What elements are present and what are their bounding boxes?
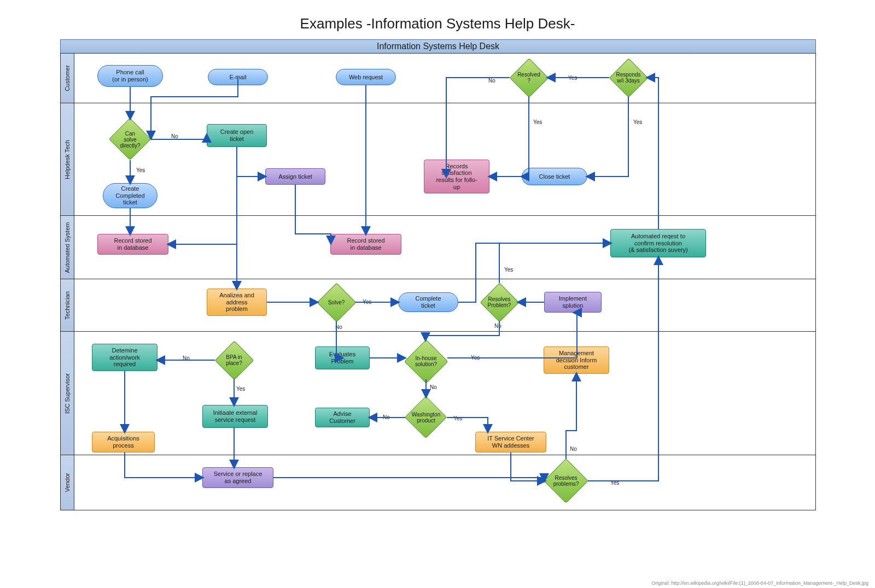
node-resolves-problems-2: Resolvesproblems? bbox=[544, 459, 588, 503]
lane-helpdesk: Helpdesk Tech bbox=[61, 103, 815, 215]
node-evaluates-problem: EvaluatesProblem bbox=[315, 346, 370, 369]
node-service-replace: Service or replaceas agreed bbox=[202, 467, 273, 488]
edge-label-yes: Yes bbox=[610, 480, 619, 486]
lane-label: Automated System bbox=[64, 222, 71, 273]
node-resolved: Resolved? bbox=[510, 58, 548, 97]
lane-vendor: Vendor bbox=[61, 455, 815, 510]
node-resolves-problem: ResolvesProblem? bbox=[480, 283, 518, 321]
edge-label-no: No bbox=[383, 414, 390, 420]
node-responds-3days: Respondsw/i 3days bbox=[609, 58, 648, 97]
node-email: E-mail bbox=[208, 69, 268, 85]
edge-label-no: No bbox=[335, 324, 342, 330]
credit-text: Original: http://en.wikipedia.org/wiki/F… bbox=[651, 580, 868, 586]
node-implement-solution: Implementsplution bbox=[544, 292, 602, 313]
edge-label-no: No bbox=[494, 323, 501, 329]
edge-label-no: No bbox=[488, 78, 495, 84]
edge-label-no: No bbox=[183, 355, 190, 361]
edge-label-yes: Yes bbox=[471, 355, 480, 361]
lane-customer: Customer bbox=[61, 53, 815, 103]
edge-label-yes: Yes bbox=[236, 386, 245, 392]
edge-label-yes: Yes bbox=[633, 119, 642, 125]
node-automated-request: Automated reqest toconfirm resolution(& … bbox=[610, 229, 706, 257]
node-complete-ticket: Completeticket bbox=[398, 292, 458, 312]
node-bpa: BPA inplace? bbox=[215, 341, 253, 379]
diagram-title: Examples -Information Systems Help Desk- bbox=[0, 15, 875, 32]
node-advise-customer: AdviseCustomer bbox=[315, 408, 370, 427]
node-record-db-1: Record storedin database bbox=[97, 234, 168, 255]
lane-label: Vendor bbox=[64, 473, 71, 492]
edge-label-no: No bbox=[171, 133, 178, 139]
node-acquisitions: Acquisitionsprocess bbox=[92, 432, 155, 452]
node-initiate-external: Initiaate externalservice request bbox=[202, 405, 268, 428]
node-inhouse-solution: In-housesolution? bbox=[405, 340, 447, 383]
lane-label: Helpdesk Tech bbox=[64, 140, 71, 179]
swimlane-banner: Information Systems Help Desk bbox=[60, 39, 816, 54]
node-management-decision: Managementdecision Informcustomer bbox=[544, 346, 609, 374]
node-record-db-2: Record storedin database bbox=[330, 234, 401, 255]
node-close-ticket: Close ticket bbox=[522, 168, 587, 185]
edge-label-no: No bbox=[570, 446, 577, 452]
node-create-open-ticket: Create openticket bbox=[207, 124, 267, 147]
lane-label: ISC Supervisor bbox=[64, 373, 71, 414]
edge-label-yes: Yes bbox=[363, 299, 371, 305]
node-determine-work: Detemineaction/workrequired bbox=[92, 344, 158, 371]
edge-label-yes: Yes bbox=[533, 119, 542, 125]
edge-label-yes: Yes bbox=[504, 267, 513, 273]
node-solve: Solve? bbox=[317, 283, 355, 321]
node-satisfaction-records: Recordssatisfactionresults for follo-up bbox=[424, 160, 489, 193]
edge-label-yes: Yes bbox=[136, 167, 145, 173]
lane-label: Technician bbox=[64, 291, 71, 320]
node-web-request: Web request bbox=[336, 69, 396, 85]
node-analyze-problem: Analizea andaddressproblem bbox=[207, 289, 267, 316]
lane-label: Customer bbox=[64, 65, 71, 91]
edge-label-yes: Yes bbox=[568, 75, 577, 81]
node-phone-call: Phone call(or in person) bbox=[97, 65, 163, 87]
node-can-solve: Cansolvedirectly? bbox=[109, 119, 151, 160]
edge-label-no: No bbox=[430, 384, 437, 390]
node-it-service-center: IT Service CenterWN addesses bbox=[475, 432, 546, 452]
node-create-completed-ticket: CreateCompletedticket bbox=[103, 183, 158, 208]
node-assign-ticket: Assign ticket bbox=[265, 168, 325, 185]
edge-label-yes: Yes bbox=[453, 415, 462, 421]
node-washington-product: Washingtonproduct bbox=[405, 397, 447, 438]
swimlane-container: Customer Helpdesk Tech Automated System … bbox=[60, 53, 816, 510]
